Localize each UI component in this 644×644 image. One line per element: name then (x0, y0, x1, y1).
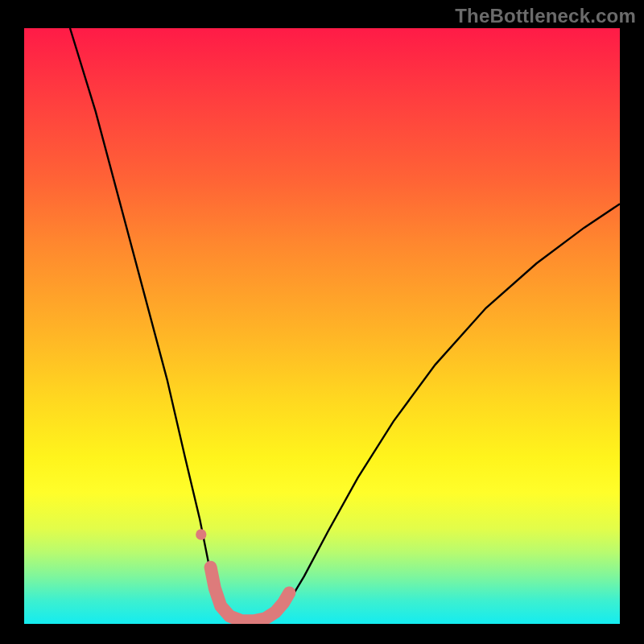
chart-plot-area (24, 28, 620, 624)
watermark-text: TheBottleneck.com (455, 5, 636, 27)
